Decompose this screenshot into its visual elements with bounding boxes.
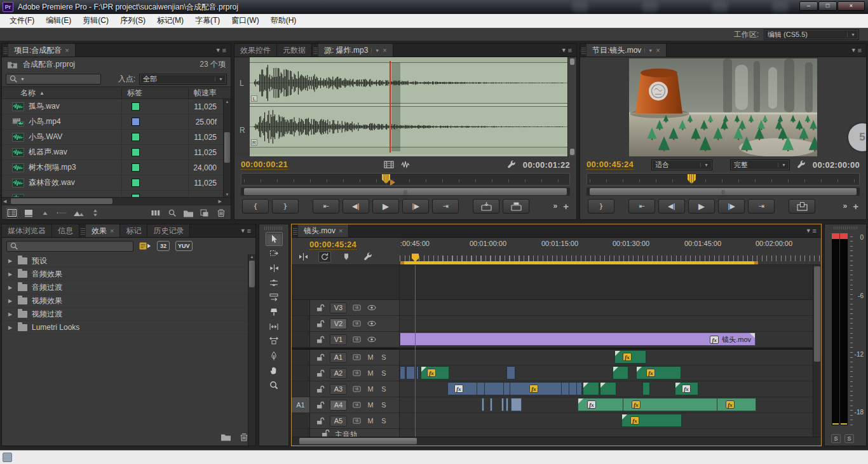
track-label-V2[interactable]: V2	[330, 318, 347, 329]
effect-folder-row[interactable]: ▶视频效果	[2, 294, 255, 308]
lock-icon[interactable]	[316, 417, 325, 425]
maximize-button[interactable]: □	[818, 1, 837, 11]
work-area-bar[interactable]	[400, 261, 758, 264]
sync-lock-icon[interactable]	[353, 401, 362, 409]
track-content-V2[interactable]	[400, 316, 813, 332]
clip-A4[interactable]	[482, 398, 484, 411]
effect-folder-row[interactable]: ▶音频效果	[2, 268, 255, 281]
disclosure-triangle-icon[interactable]: ▶	[8, 325, 13, 331]
button-editor-icon[interactable]: +	[850, 201, 858, 212]
close-button[interactable]: ×	[837, 1, 865, 11]
track-output-eye-icon[interactable]	[367, 304, 376, 311]
go-to-in-button[interactable]: ⇤	[313, 199, 339, 214]
clip-A4[interactable]	[511, 398, 522, 411]
new-item-icon[interactable]	[200, 208, 210, 219]
fx-badge-icon[interactable]: fx	[623, 353, 632, 361]
fx-badge-icon[interactable]: fx	[454, 385, 463, 393]
lock-icon[interactable]	[316, 369, 325, 378]
clip-A4[interactable]: fxfxfx	[578, 398, 756, 411]
disclosure-triangle-icon[interactable]: ▶	[8, 285, 13, 290]
tab-媒体浏览器[interactable]: 媒体浏览器	[2, 224, 52, 237]
thumbnail-large-icon[interactable]	[73, 208, 85, 219]
lift-button[interactable]	[789, 199, 815, 214]
panel-grip[interactable]	[3, 46, 8, 54]
timeline-ruler[interactable]: :00:45:0000:01:00:0000:01:15:0000:01:30:…	[400, 238, 821, 264]
mute-button[interactable]: M	[366, 369, 375, 377]
table-row[interactable]	[2, 191, 231, 197]
panel-menu-button[interactable]: ▼≡	[801, 224, 821, 237]
timeline-current-timecode[interactable]: 00:00:45:24	[309, 240, 356, 250]
drag-audio-icon[interactable]	[400, 160, 410, 170]
effects-search-input[interactable]	[6, 241, 133, 252]
table-row[interactable]: 小鸟.WAV11,025	[2, 130, 231, 145]
tool-hand[interactable]	[266, 364, 283, 378]
track-label-V1[interactable]: V1	[330, 334, 347, 345]
clip-A3[interactable]	[583, 382, 599, 395]
timeline-playhead-line[interactable]	[415, 265, 416, 437]
tab-历史记录[interactable]: 历史记录	[147, 224, 190, 237]
clip-V1[interactable]: fx镜头.mov	[400, 332, 756, 346]
track-content-V1[interactable]: fx镜头.mov	[400, 332, 813, 348]
sync-lock-icon[interactable]	[353, 320, 362, 327]
play-button[interactable]: ▶	[688, 199, 715, 214]
track-label-A3[interactable]: A3	[330, 384, 347, 395]
list-column-headers[interactable]: 名称▲ 标签 帧速率	[2, 86, 231, 99]
tool-zoom[interactable]	[266, 378, 283, 392]
clip-A2[interactable]	[613, 366, 628, 379]
snap-icon[interactable]	[297, 251, 309, 263]
track-label-A1[interactable]: A1	[330, 352, 347, 363]
zoom-slider[interactable]	[56, 208, 67, 219]
accelerated-effects-icon[interactable]	[139, 242, 151, 250]
marker-icon[interactable]	[340, 251, 353, 263]
button-editor-icon[interactable]: +	[560, 201, 569, 212]
tab-effect-controls[interactable]: 效果控件	[234, 44, 277, 57]
project-horizontal-scrollbar[interactable]: ◀ ▶	[2, 197, 231, 205]
clip-A4[interactable]	[506, 398, 508, 411]
tab-program-sequence[interactable]: 节目:镜头.mov▼×	[587, 44, 667, 57]
playhead-marker[interactable]	[382, 174, 390, 184]
tool-ripple-edit[interactable]	[266, 261, 283, 275]
tab-metadata[interactable]: 元数据	[277, 44, 312, 57]
track-content-A2[interactable]: fxfx	[400, 365, 813, 381]
solo-button[interactable]: S	[379, 353, 388, 361]
panel-grip[interactable]	[834, 226, 857, 229]
source-playhead-line[interactable]	[390, 61, 391, 153]
program-scrubber[interactable]	[587, 173, 860, 186]
sync-lock-icon[interactable]	[353, 336, 362, 343]
label-color-swatch[interactable]	[132, 163, 140, 172]
scroll-right-icon[interactable]: ▶	[219, 198, 222, 205]
new-custom-bin-icon[interactable]	[220, 432, 231, 442]
tool-selection[interactable]	[266, 232, 283, 246]
icon-view-icon[interactable]	[24, 208, 34, 219]
effect-folder-row[interactable]: ▶预设	[2, 254, 255, 268]
workspace-dropdown[interactable]: 编辑 (CS5.5)▼	[764, 29, 859, 40]
status-tray-icon[interactable]	[3, 453, 12, 462]
solo-button[interactable]: S	[379, 369, 388, 377]
clip-A2[interactable]	[416, 366, 419, 379]
sync-lock-icon[interactable]	[353, 304, 362, 311]
project-search-input[interactable]: ▼	[6, 74, 101, 85]
settings-wrench-icon[interactable]	[796, 160, 806, 170]
clip-A3[interactable]: fx	[675, 382, 698, 395]
more-buttons-icon[interactable]: »	[553, 201, 558, 210]
clip-indicator-led[interactable]	[832, 233, 839, 239]
track-content-A5[interactable]: fx	[400, 413, 813, 429]
menu-item[interactable]: 窗口(W)	[226, 14, 264, 27]
fx-badge-icon[interactable]: fx	[587, 400, 596, 409]
clip-A5[interactable]: fx	[621, 414, 682, 427]
scrollbar-thumb[interactable]	[299, 438, 417, 444]
track-label-A5[interactable]: A5	[330, 416, 347, 426]
fx-badge-icon[interactable]: fx	[726, 400, 735, 409]
lock-icon[interactable]	[316, 401, 325, 409]
disclosure-triangle-icon[interactable]: ▶	[8, 311, 13, 317]
in-out-grip-icon[interactable]	[390, 179, 398, 186]
patch-cell[interactable]	[292, 300, 310, 315]
track-label-A2[interactable]: A2	[330, 368, 347, 379]
tab-信息[interactable]: 信息	[52, 224, 79, 237]
lock-icon[interactable]	[316, 336, 325, 344]
panel-menu-button[interactable]: ▼≡	[557, 44, 576, 57]
loop-icon[interactable]	[318, 251, 331, 263]
label-color-swatch[interactable]	[132, 118, 140, 126]
wrench-icon[interactable]	[362, 251, 374, 263]
patch-cell[interactable]	[292, 365, 310, 381]
